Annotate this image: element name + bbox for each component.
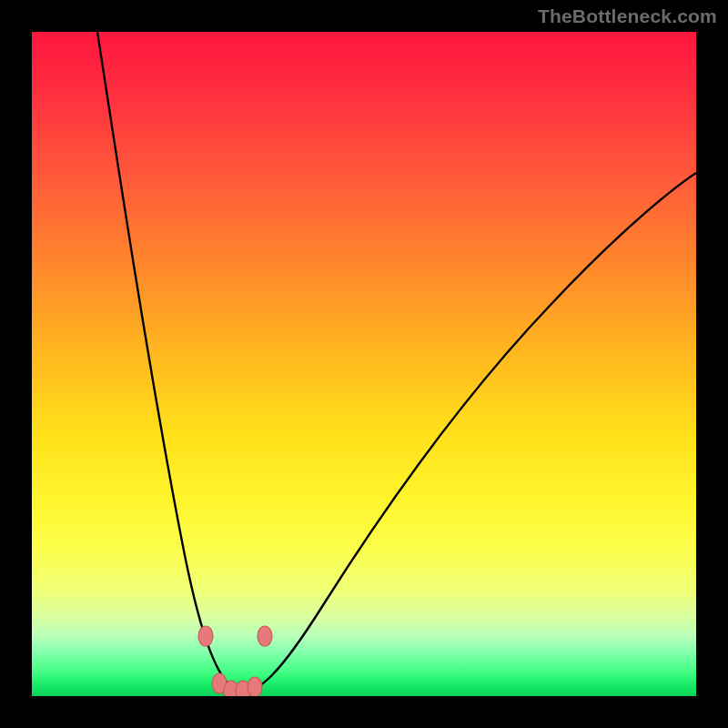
curve-marker xyxy=(258,626,272,646)
bottleneck-curve xyxy=(97,32,696,692)
plot-area xyxy=(32,32,696,696)
curve-layer xyxy=(32,32,696,696)
chart-frame: TheBottleneck.com xyxy=(0,0,728,728)
marker-group xyxy=(198,626,272,696)
curve-marker xyxy=(248,677,262,696)
curve-marker xyxy=(198,626,213,646)
watermark-text: TheBottleneck.com xyxy=(538,5,717,27)
